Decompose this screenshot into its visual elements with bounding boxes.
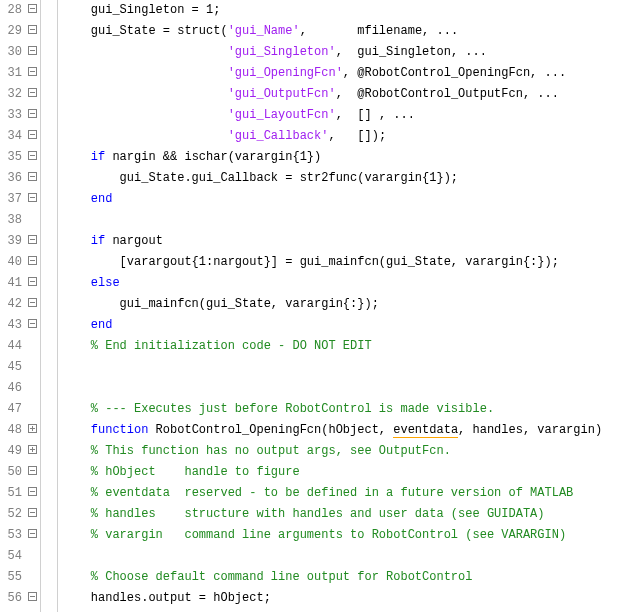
fold-marker[interactable]	[26, 231, 40, 252]
fold-marker	[26, 357, 40, 378]
fold-marker[interactable]	[26, 84, 40, 105]
code-line[interactable]: % End initialization code - DO NOT EDIT	[62, 336, 643, 357]
fold-marker[interactable]	[26, 189, 40, 210]
fold-marker[interactable]	[26, 525, 40, 546]
collapse-icon[interactable]	[28, 25, 37, 34]
fold-marker[interactable]	[26, 63, 40, 84]
code-line[interactable]: gui_mainfcn(gui_State, varargin{:});	[62, 294, 643, 315]
collapse-icon[interactable]	[28, 592, 37, 601]
fold-marker[interactable]	[26, 105, 40, 126]
fold-column[interactable]	[26, 0, 40, 612]
collapse-icon[interactable]	[28, 46, 37, 55]
code-line[interactable]: 'gui_Callback', []);	[62, 126, 643, 147]
code-token: 'gui_Name'	[228, 24, 300, 38]
code-line[interactable]: 'gui_Singleton', gui_Singleton, ...	[62, 42, 643, 63]
fold-marker[interactable]	[26, 126, 40, 147]
expand-icon[interactable]	[28, 445, 37, 454]
code-token: , []);	[328, 129, 386, 143]
fold-marker[interactable]	[26, 168, 40, 189]
collapse-icon[interactable]	[28, 130, 37, 139]
code-token: 'gui_Singleton'	[228, 45, 336, 59]
code-line[interactable]: % handles structure with handles and use…	[62, 504, 643, 525]
fold-marker[interactable]	[26, 147, 40, 168]
code-line[interactable]: if nargout	[62, 231, 643, 252]
code-token	[62, 192, 91, 206]
fold-marker[interactable]	[26, 315, 40, 336]
code-line[interactable]: 'gui_OpeningFcn', @RobotControl_OpeningF…	[62, 63, 643, 84]
code-line[interactable]: 'gui_OutputFcn', @RobotControl_OutputFcn…	[62, 84, 643, 105]
code-line[interactable]: % Choose default command line output for…	[62, 567, 643, 588]
collapse-icon[interactable]	[28, 193, 37, 202]
code-token: , handles, varargin)	[458, 423, 602, 437]
fold-marker[interactable]	[26, 588, 40, 609]
code-line[interactable]	[62, 210, 643, 231]
collapse-icon[interactable]	[28, 67, 37, 76]
line-number: 38	[0, 210, 22, 231]
code-token	[62, 486, 91, 500]
fold-marker[interactable]	[26, 420, 40, 441]
fold-marker[interactable]	[26, 252, 40, 273]
collapse-icon[interactable]	[28, 277, 37, 286]
collapse-icon[interactable]	[28, 529, 37, 538]
code-line[interactable]: end	[62, 315, 643, 336]
fold-marker[interactable]	[26, 483, 40, 504]
code-editor[interactable]: 2829303132333435363738394041424344454647…	[0, 0, 643, 612]
code-line[interactable]: % --- Executes just before RobotControl …	[62, 399, 643, 420]
collapse-icon[interactable]	[28, 298, 37, 307]
code-line[interactable]: % hObject handle to figure	[62, 462, 643, 483]
collapse-icon[interactable]	[28, 235, 37, 244]
code-line[interactable]: [varargout{1:nargout}] = gui_mainfcn(gui…	[62, 252, 643, 273]
fold-marker	[26, 567, 40, 588]
fold-marker[interactable]	[26, 42, 40, 63]
collapse-icon[interactable]	[28, 508, 37, 517]
fold-marker	[26, 399, 40, 420]
code-line[interactable]: gui_State = struct('gui_Name', mfilename…	[62, 21, 643, 42]
code-line[interactable]: % varargin command line arguments to Rob…	[62, 525, 643, 546]
collapse-icon[interactable]	[28, 109, 37, 118]
fold-marker[interactable]	[26, 273, 40, 294]
line-number: 33	[0, 105, 22, 126]
code-token: , [] , ...	[336, 108, 415, 122]
code-line[interactable]: % This function has no output args, see …	[62, 441, 643, 462]
code-line[interactable]	[62, 357, 643, 378]
collapse-icon[interactable]	[28, 172, 37, 181]
code-token	[62, 150, 91, 164]
code-token	[62, 276, 91, 290]
code-line[interactable]: if nargin && ischar(varargin{1})	[62, 147, 643, 168]
fold-marker[interactable]	[26, 441, 40, 462]
code-token: nargout	[105, 234, 163, 248]
collapse-icon[interactable]	[28, 4, 37, 13]
collapse-icon[interactable]	[28, 319, 37, 328]
code-line[interactable]: handles.output = hObject;	[62, 588, 643, 609]
line-number: 40	[0, 252, 22, 273]
fold-marker[interactable]	[26, 462, 40, 483]
code-line[interactable]	[62, 378, 643, 399]
code-line[interactable]: gui_Singleton = 1;	[62, 0, 643, 21]
code-line[interactable]: else	[62, 273, 643, 294]
code-line[interactable]: function RobotControl_OpeningFcn(hObject…	[62, 420, 643, 441]
code-token: 'gui_LayoutFcn'	[228, 108, 336, 122]
collapse-icon[interactable]	[28, 151, 37, 160]
fold-marker[interactable]	[26, 294, 40, 315]
code-token: eventdata	[393, 423, 458, 438]
code-token: 'gui_Callback'	[228, 129, 329, 143]
collapse-icon[interactable]	[28, 487, 37, 496]
code-line[interactable]: gui_State.gui_Callback = str2func(vararg…	[62, 168, 643, 189]
collapse-icon[interactable]	[28, 466, 37, 475]
fold-marker[interactable]	[26, 0, 40, 21]
code-line[interactable]	[62, 546, 643, 567]
code-token: , @RobotControl_OutputFcn, ...	[336, 87, 559, 101]
code-token: function	[91, 423, 149, 437]
code-line[interactable]: 'gui_LayoutFcn', [] , ...	[62, 105, 643, 126]
code-token	[62, 45, 228, 59]
collapse-icon[interactable]	[28, 88, 37, 97]
line-number: 56	[0, 588, 22, 609]
code-token: , mfilename, ...	[300, 24, 458, 38]
code-line[interactable]: end	[62, 189, 643, 210]
expand-icon[interactable]	[28, 424, 37, 433]
fold-marker[interactable]	[26, 21, 40, 42]
fold-marker[interactable]	[26, 504, 40, 525]
code-area[interactable]: gui_Singleton = 1; gui_State = struct('g…	[58, 0, 643, 612]
collapse-icon[interactable]	[28, 256, 37, 265]
code-line[interactable]: % eventdata reserved - to be defined in …	[62, 483, 643, 504]
